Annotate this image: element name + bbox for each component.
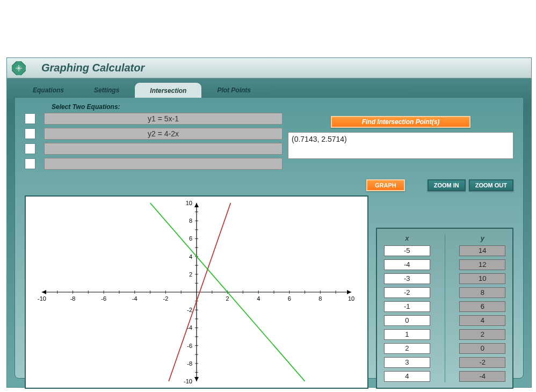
x-cell[interactable]: -4 bbox=[384, 259, 430, 270]
y-cell[interactable]: 0 bbox=[459, 343, 505, 354]
equation-slot-3[interactable] bbox=[44, 143, 283, 155]
find-intersection-button[interactable]: Find Intersection Point(s) bbox=[331, 116, 470, 128]
equation-checkbox-2[interactable] bbox=[25, 128, 35, 139]
zoom-in-button[interactable]: ZOOM IN bbox=[428, 179, 466, 191]
svg-text:10: 10 bbox=[348, 295, 354, 302]
svg-text:4: 4 bbox=[189, 253, 192, 260]
equation-checkbox-4[interactable] bbox=[25, 158, 35, 169]
x-cell[interactable]: -2 bbox=[384, 287, 430, 298]
x-cell[interactable]: 0 bbox=[384, 315, 430, 326]
select-equations-label: Select Two Equations: bbox=[52, 103, 513, 111]
y-cell[interactable]: -4 bbox=[459, 371, 505, 382]
graph-canvas[interactable]: -10-8-6-4-2246810-10-8-6-4-2246810 bbox=[25, 195, 368, 389]
y-cell[interactable]: 4 bbox=[459, 315, 505, 326]
svg-text:4: 4 bbox=[257, 295, 260, 302]
equation-row-1: y1 = 5x-1 bbox=[25, 113, 283, 125]
svg-text:2: 2 bbox=[226, 295, 229, 302]
spacer bbox=[408, 179, 424, 191]
svg-text:2: 2 bbox=[189, 271, 192, 278]
y-cell[interactable]: 12 bbox=[459, 259, 505, 270]
x-cell[interactable]: 3 bbox=[384, 357, 430, 368]
svg-text:-2: -2 bbox=[163, 295, 169, 302]
intersection-result-column: Find Intersection Point(s) (0.7143, 2.57… bbox=[288, 113, 513, 173]
lower-section: -10-8-6-4-2246810-10-8-6-4-2246810 x -5-… bbox=[25, 195, 513, 389]
calculator-icon bbox=[11, 61, 26, 76]
svg-text:-8: -8 bbox=[187, 360, 192, 367]
x-cell[interactable]: 1 bbox=[384, 329, 430, 340]
svg-text:-6: -6 bbox=[187, 343, 192, 349]
graph-controls: GRAPH ZOOM IN ZOOM OUT bbox=[25, 179, 513, 191]
equation-slot-4[interactable] bbox=[44, 158, 283, 170]
y-cell[interactable]: 6 bbox=[459, 301, 505, 312]
graph-button[interactable]: GRAPH bbox=[366, 179, 405, 191]
svg-text:6: 6 bbox=[189, 235, 192, 242]
content-area: Equations Settings Intersection Plot Poi… bbox=[7, 78, 531, 387]
svg-text:8: 8 bbox=[318, 295, 322, 302]
titlebar: Graphing Calculator bbox=[7, 58, 531, 78]
zoom-out-button[interactable]: ZOOM OUT bbox=[469, 179, 513, 191]
svg-marker-10 bbox=[194, 377, 199, 381]
y-cell[interactable]: -2 bbox=[459, 357, 505, 368]
x-column: x -5-4-3-2-101234 bbox=[382, 234, 432, 382]
equation-row-2: y2 = 4-2x bbox=[25, 128, 283, 140]
app-title: Graphing Calculator bbox=[41, 62, 144, 74]
app-window: Graphing Calculator Equations Settings I… bbox=[6, 57, 532, 388]
x-cell[interactable]: 4 bbox=[384, 371, 430, 382]
svg-text:10: 10 bbox=[186, 200, 192, 206]
x-cell[interactable]: 2 bbox=[384, 343, 430, 354]
y-column: y 14121086420-2-4 bbox=[458, 234, 508, 382]
tab-intersection[interactable]: Intersection bbox=[134, 82, 202, 98]
equation-checkbox-3[interactable] bbox=[25, 143, 35, 154]
svg-text:8: 8 bbox=[189, 217, 192, 224]
svg-text:6: 6 bbox=[288, 295, 291, 302]
x-cell[interactable]: -1 bbox=[384, 301, 430, 312]
x-cell[interactable]: -3 bbox=[384, 273, 430, 284]
intersection-result: (0.7143, 2.5714) bbox=[288, 132, 513, 159]
y-cell[interactable]: 14 bbox=[459, 245, 505, 256]
x-header: x bbox=[405, 234, 409, 242]
svg-marker-7 bbox=[347, 290, 351, 294]
tab-equations[interactable]: Equations bbox=[18, 83, 79, 97]
svg-text:-4: -4 bbox=[132, 295, 137, 302]
svg-text:-2: -2 bbox=[187, 307, 192, 313]
equation-row-3 bbox=[25, 143, 283, 155]
y-cell[interactable]: 2 bbox=[459, 329, 505, 340]
tabs: Equations Settings Intersection Plot Poi… bbox=[7, 78, 531, 97]
intersection-panel: Select Two Equations: y1 = 5x-1 y2 = 4-2… bbox=[15, 97, 524, 379]
x-cell[interactable]: -5 bbox=[384, 245, 430, 256]
svg-text:-10: -10 bbox=[38, 295, 46, 302]
svg-marker-9 bbox=[194, 203, 199, 207]
top-section: y1 = 5x-1 y2 = 4-2x bbox=[25, 113, 513, 173]
tab-plot-points[interactable]: Plot Points bbox=[202, 83, 266, 97]
y-cell[interactable]: 10 bbox=[459, 273, 505, 284]
svg-text:-10: -10 bbox=[184, 378, 192, 384]
data-table-panel: x -5-4-3-2-101234 y 14121086420-2-4 bbox=[376, 228, 513, 389]
svg-marker-8 bbox=[42, 290, 46, 294]
tab-settings[interactable]: Settings bbox=[79, 83, 134, 97]
svg-text:-8: -8 bbox=[70, 295, 76, 302]
equation-checkbox-1[interactable] bbox=[25, 113, 35, 124]
svg-text:-6: -6 bbox=[101, 295, 106, 302]
equation-slot-1[interactable]: y1 = 5x-1 bbox=[44, 113, 283, 125]
y-header: y bbox=[481, 234, 484, 242]
column-divider bbox=[445, 234, 445, 382]
y-cell[interactable]: 8 bbox=[459, 287, 505, 298]
equations-column: y1 = 5x-1 y2 = 4-2x bbox=[25, 113, 283, 173]
equation-slot-2[interactable]: y2 = 4-2x bbox=[44, 128, 283, 140]
equation-row-4 bbox=[25, 158, 283, 170]
graph-svg: -10-8-6-4-2246810-10-8-6-4-2246810 bbox=[26, 197, 367, 388]
